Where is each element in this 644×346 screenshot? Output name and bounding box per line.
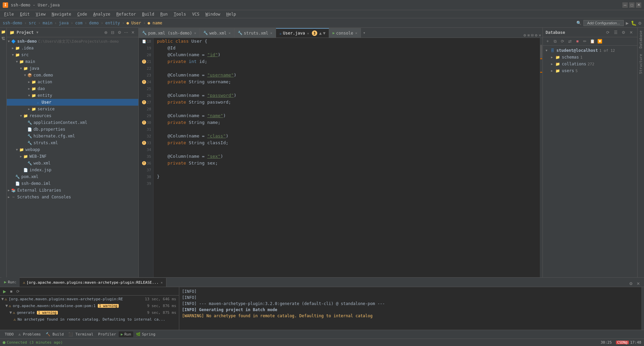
menu-navigate[interactable]: Navigate xyxy=(49,11,74,17)
db-copy-button[interactable]: ⧉ xyxy=(552,38,558,45)
warning-nav-up[interactable]: ▲ xyxy=(319,31,322,36)
run-toolbar-button[interactable]: ▶ Run xyxy=(119,331,133,337)
menu-code[interactable]: Code xyxy=(75,11,90,17)
breadcrumb-entity[interactable]: entity xyxy=(105,21,120,25)
breadcrumb-project[interactable]: ssh-demo xyxy=(3,21,22,25)
menu-tools[interactable]: Tools xyxy=(171,11,189,17)
panel-settings-button[interactable]: ⚙ xyxy=(117,30,122,35)
tab-close-webxml[interactable]: ✕ xyxy=(229,31,231,35)
breadcrumb-demo[interactable]: demo xyxy=(89,21,99,25)
tree-item-comdemo[interactable]: ▼ 📦 com.demo xyxy=(7,72,138,79)
tree-item-pomxml[interactable]: 🔧 pom.xml xyxy=(7,173,138,180)
tree-play-button[interactable]: ▶ xyxy=(1,288,7,295)
tree-item-idea[interactable]: ▶ 📁 .idea xyxy=(7,45,138,51)
minimize-button[interactable]: ─ xyxy=(622,2,628,8)
db-filter2-button[interactable]: 🔽 xyxy=(596,38,603,45)
tree-stop-button[interactable]: ■ xyxy=(8,288,14,295)
db-sync-button[interactable]: ⇄ xyxy=(567,38,573,45)
tree-item-service[interactable]: ▶ 📁 service xyxy=(7,106,138,112)
bottom-settings-button[interactable]: ⚙ xyxy=(628,281,634,287)
database-side-tab[interactable]: Database xyxy=(638,28,644,51)
tab-close-strutsxml[interactable]: ✕ xyxy=(270,31,272,35)
editor-code[interactable]: public class User { @Id @Column(name = "… xyxy=(154,38,540,277)
tree-item-java[interactable]: ▼ 📁 java xyxy=(7,65,138,72)
tab-webxml[interactable]: 🔧 web.xml ✕ xyxy=(200,28,234,38)
panel-gear-button[interactable]: ⋯ xyxy=(123,30,129,35)
tab-userjava[interactable]: ☕ User.java ✕ 3 ▲ ▼ xyxy=(276,28,329,38)
tree-item-dbprops[interactable]: 📄 db.properties xyxy=(7,126,138,133)
tree-item-user[interactable]: ☕ User xyxy=(7,99,138,106)
bottom-tree-item-3[interactable]: ▼ ⚠ generate 1 warning 9 sec, 875 ms xyxy=(0,309,179,316)
editor-scrollbar[interactable] xyxy=(540,38,543,277)
structure-side-tab[interactable]: Structure xyxy=(638,51,644,77)
run-button[interactable]: ▶ xyxy=(626,20,628,26)
warning-nav-down[interactable]: ▼ xyxy=(323,31,325,36)
tree-item-struts[interactable]: 🔧 struts.xml xyxy=(7,139,138,146)
tree-root-item[interactable]: ▼ 🔷 ssh-demo C:\Users\徐文冗\IdeaProjects\s… xyxy=(7,38,138,45)
more-run-button[interactable]: ⚙ xyxy=(639,20,641,26)
db-schemas-item[interactable]: ▶ 📁 schemas 1 xyxy=(543,54,637,61)
tab-overflow-button[interactable]: ▾ xyxy=(361,28,367,38)
db-sql-button[interactable]: 📋 xyxy=(589,38,596,45)
editor-gear-icon[interactable]: ⚙ xyxy=(535,33,537,38)
tree-item-webapp[interactable]: ▼ 📁 webapp xyxy=(7,146,138,153)
db-settings-button[interactable]: ☰ xyxy=(612,29,619,36)
menu-analyze[interactable]: Analyze xyxy=(91,11,113,17)
menu-refactor[interactable]: Refactor xyxy=(114,11,139,17)
tree-item-indexjsp[interactable]: 📄 index.jsp xyxy=(7,167,138,173)
tab-close-console[interactable]: ✕ xyxy=(355,31,357,35)
db-refresh-button[interactable]: ⟳ xyxy=(604,29,611,36)
breadcrumb-src[interactable]: src xyxy=(29,21,36,25)
db-connection-item[interactable]: ▼ 🗄 student@localhost 1 of 12 xyxy=(543,47,637,54)
breadcrumb-main[interactable]: main xyxy=(43,21,52,25)
debug-button[interactable]: 🐛 xyxy=(631,20,637,26)
log-scrollbar[interactable] xyxy=(641,287,644,330)
tab-console[interactable]: ▶ console ✕ xyxy=(329,28,361,38)
project-sidebar-icon[interactable]: 📁 xyxy=(1,29,6,35)
run-tab-close[interactable]: ✕ xyxy=(161,281,163,284)
bottom-tree-item-4[interactable]: ⚠ No archetype found in remote catalog. … xyxy=(0,316,179,323)
tree-item-resources[interactable]: ▼ 📁 resources xyxy=(7,112,138,119)
menu-edit[interactable]: Edit xyxy=(17,11,32,17)
tab-pomxml[interactable]: 🔧 pom.xml (ssh-demo) ✕ xyxy=(139,28,200,38)
db-add-button[interactable]: + xyxy=(544,38,551,45)
db-edit-button[interactable]: ✏ xyxy=(581,38,588,45)
tree-item-main[interactable]: ▼ 📁 main xyxy=(7,58,138,65)
panel-locate-button[interactable]: ⊕ xyxy=(103,30,109,35)
structure-sidebar-icon[interactable]: 🏗 xyxy=(1,36,6,41)
panel-dropdown-icon[interactable]: ▼ xyxy=(37,30,39,34)
problems-button[interactable]: ⚠ Problems xyxy=(17,331,43,337)
db-stop-button[interactable]: ■ xyxy=(574,38,581,45)
run-tab-active[interactable]: ⚠ [org.apache.maven.plugins:maven-archet… xyxy=(20,278,166,287)
tree-item-entity[interactable]: ▼ 📁 entity xyxy=(7,92,138,99)
breadcrumb-com[interactable]: com xyxy=(75,21,83,25)
tab-close-userjava[interactable]: ✕ xyxy=(307,31,309,35)
editor-settings-icon[interactable]: ⚙ xyxy=(524,33,526,38)
close-button[interactable]: ✕ xyxy=(636,2,641,8)
tree-item-sshdemo-iml[interactable]: 📄 ssh-demo.iml xyxy=(7,180,138,187)
db-close-button[interactable]: ✕ xyxy=(628,29,635,36)
tree-item-src[interactable]: ▼ 📁 src xyxy=(7,51,138,58)
panel-collapse-button[interactable]: ⊟ xyxy=(110,30,115,35)
bottom-close-button[interactable]: ✕ xyxy=(635,281,641,287)
breadcrumb-user[interactable]: ● User xyxy=(127,21,141,25)
maximize-button[interactable]: □ xyxy=(629,2,635,8)
menu-help[interactable]: Help xyxy=(224,11,239,17)
menu-view[interactable]: View xyxy=(33,11,48,17)
tree-item-extlibs[interactable]: ▶ 📚 External Libraries xyxy=(7,187,138,194)
build-button[interactable]: 🔨 Build xyxy=(44,331,66,337)
editor-breadcrumb-icon[interactable]: ≡ xyxy=(527,33,530,38)
db-filter-button[interactable]: ⚙ xyxy=(620,29,627,36)
bottom-tree-item-1[interactable]: ▼ ⚠ [org.apache.maven.plugins:maven-arch… xyxy=(0,296,179,302)
tree-item-action[interactable]: ▶ 📁 action xyxy=(7,79,138,85)
terminal-button[interactable]: ⬛ Terminal xyxy=(66,331,95,337)
tree-item-scratches[interactable]: ▶ ✂ Scratches and Consoles xyxy=(7,194,138,200)
menu-build[interactable]: Build xyxy=(139,11,157,17)
tree-reload-button[interactable]: ⟳ xyxy=(15,288,21,295)
db-reload-button[interactable]: ⟳ xyxy=(559,38,566,45)
db-users-item[interactable]: ▶ 📁 users 5 xyxy=(543,67,637,74)
menu-run[interactable]: Run xyxy=(158,11,170,17)
tree-item-hibernate[interactable]: 🔧 hibernate.cfg.xml xyxy=(7,133,138,139)
menu-window[interactable]: Window xyxy=(203,11,223,17)
scrollbar-thumb[interactable] xyxy=(540,45,542,58)
